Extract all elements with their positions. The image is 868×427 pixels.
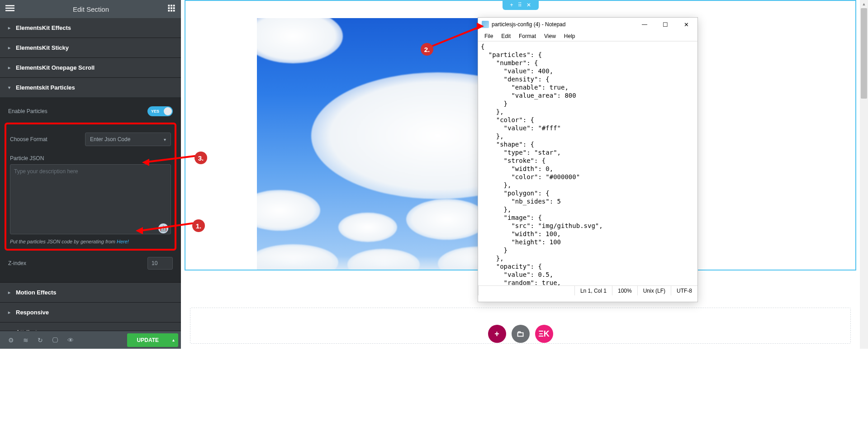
choose-format-row: Choose Format Enter Json Code▾ (10, 128, 171, 151)
update-options-button[interactable]: ▴ (169, 333, 178, 347)
apps-icon[interactable] (167, 4, 175, 14)
status-encoding: UTF-8 (671, 286, 697, 295)
svg-rect-0 (5, 5, 14, 6)
elementor-sidebar: Edit Section ▸ElementsKit Effects ▸Eleme… (0, 0, 181, 349)
arrow-3-head (142, 159, 149, 166)
menu-format[interactable]: Format (516, 32, 539, 40)
status-zoom: 100% (612, 286, 637, 295)
caret-right-icon: ▸ (8, 290, 10, 295)
accordion-particles[interactable]: ▾Elementskit Particles Enable Particles … (0, 78, 181, 283)
add-section-buttons: + 🗀 ΞK (488, 325, 553, 343)
navigator-icon[interactable]: ≋ (23, 337, 28, 344)
choose-format-label: Choose Format (10, 136, 47, 142)
annotation-highlight-box: Choose Format Enter Json Code▾ Particle … (5, 123, 176, 251)
settings-icon[interactable]: ⚙ (8, 337, 14, 344)
hamburger-icon[interactable] (5, 4, 14, 14)
notepad-menubar: File Edit Format View Help (478, 31, 697, 41)
update-group: UPDATE ▴ (127, 333, 178, 347)
chevron-down-icon: ▾ (164, 137, 166, 142)
svg-rect-5 (173, 5, 175, 7)
callout-1: 1. (192, 219, 205, 232)
bottom-bar: ⚙ ≋ ↻ 🖵 👁 UPDATE ▴ (0, 331, 181, 349)
svg-rect-1 (5, 8, 14, 9)
main-vertical-scrollbar[interactable]: ▲ (860, 0, 868, 349)
svg-rect-11 (173, 10, 175, 12)
enable-particles-label: Enable Particles (8, 108, 47, 114)
notepad-title-text: particlesjs-config (4) - Notepad (492, 21, 565, 28)
notepad-window-buttons (634, 18, 697, 31)
notepad-window: particlesjs-config (4) - Notepad File Ed… (478, 17, 698, 302)
svg-rect-7 (171, 7, 172, 9)
add-section-icon[interactable]: + (510, 2, 513, 8)
delete-section-icon[interactable]: ✕ (526, 2, 531, 8)
svg-rect-3 (168, 5, 170, 7)
panel-body: ▸ElementsKit Effects ▸ElementsKit Sticky… (0, 18, 181, 331)
responsive-icon[interactable]: 🖵 (52, 337, 58, 344)
status-spacer (478, 286, 574, 295)
menu-view[interactable]: View (541, 32, 559, 40)
status-ln-col: Ln 1, Col 1 (574, 286, 612, 295)
svg-rect-10 (171, 10, 172, 12)
particle-json-textarea[interactable] (10, 164, 171, 234)
helper-text: Put the particles JSON code by generatin… (10, 236, 171, 247)
history-icon[interactable]: ↻ (38, 337, 43, 344)
enable-particles-toggle[interactable]: YES (147, 106, 173, 116)
caret-right-icon: ▸ (8, 25, 10, 30)
close-button[interactable] (676, 18, 697, 31)
section-handle: + ⠿ ✕ (503, 0, 539, 10)
sidebar-header: Edit Section (0, 0, 181, 18)
caret-right-icon: ▸ (8, 310, 10, 315)
notepad-text-content[interactable]: { "particles": { "number": { "value": 40… (478, 41, 697, 285)
sidebar-title: Edit Section (73, 5, 109, 13)
notepad-titlebar[interactable]: particlesjs-config (4) - Notepad (478, 18, 697, 31)
caret-right-icon: ▸ (8, 65, 10, 70)
ek-button[interactable]: ΞK (535, 325, 553, 343)
svg-rect-9 (168, 10, 170, 12)
zindex-row: Z-index (8, 252, 173, 274)
minimize-button[interactable] (634, 18, 655, 31)
accordion-sticky[interactable]: ▸ElementsKit Sticky (0, 38, 181, 58)
bottom-icons: ⚙ ≋ ↻ 🖵 👁 (3, 337, 74, 344)
accordion-onepage[interactable]: ▸ElementsKit Onepage Scroll (0, 58, 181, 78)
scroll-up-arrow-icon[interactable]: ▲ (860, 0, 868, 8)
svg-rect-4 (171, 5, 172, 7)
accordion-motion[interactable]: ▸Motion Effects (0, 283, 181, 303)
zindex-label: Z-index (8, 260, 26, 266)
add-new-section-button[interactable]: + (488, 325, 506, 343)
accordion-attributes[interactable]: ▸Attributes (0, 323, 181, 331)
enable-particles-row: Enable Particles YES (8, 102, 173, 121)
notepad-title-left: particlesjs-config (4) - Notepad (482, 21, 565, 28)
notepad-statusbar: Ln 1, Col 1 100% Unix (LF) UTF-8 (478, 285, 697, 295)
arrow-2-head (477, 23, 484, 30)
menu-file[interactable]: File (482, 32, 496, 40)
zindex-input[interactable] (147, 257, 173, 270)
accordion-responsive[interactable]: ▸Responsive (0, 303, 181, 323)
choose-format-select[interactable]: Enter Json Code▾ (85, 133, 171, 146)
svg-rect-2 (5, 10, 14, 11)
preview-icon[interactable]: 👁 (67, 337, 74, 344)
scrollbar-thumb[interactable] (861, 8, 867, 99)
here-link[interactable]: Here! (117, 239, 129, 244)
caret-down-icon: ▾ (8, 85, 10, 90)
caret-right-icon: ▸ (8, 45, 10, 50)
svg-rect-6 (168, 7, 170, 9)
particle-json-label: Particle JSON (10, 155, 44, 161)
accordion-effects[interactable]: ▸ElementsKit Effects (0, 18, 181, 38)
status-eol: Unix (LF) (637, 286, 671, 295)
textarea-wrap: 🤖 (10, 161, 171, 236)
callout-3: 3. (194, 152, 207, 164)
add-template-button[interactable]: 🗀 (512, 325, 530, 343)
callout-2: 2. (421, 43, 433, 56)
svg-rect-8 (173, 7, 175, 9)
toggle-knob (164, 107, 172, 115)
maximize-button[interactable] (655, 18, 676, 31)
particles-content: Enable Particles YES Choose Format Enter… (0, 97, 181, 282)
menu-help[interactable]: Help (561, 32, 578, 40)
arrow-1-head (136, 227, 143, 234)
edit-section-icon[interactable]: ⠿ (518, 2, 522, 8)
update-button[interactable]: UPDATE (127, 333, 169, 347)
menu-edit[interactable]: Edit (498, 32, 513, 40)
